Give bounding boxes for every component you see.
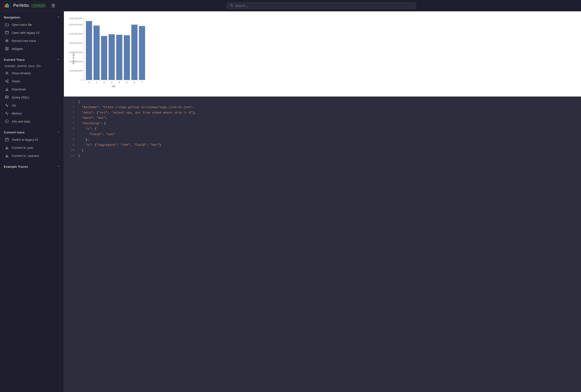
current-trace-title: Current Trace — [4, 58, 24, 61]
sidebar-item-open-legacy-ui[interactable]: Open with legacy UI — [0, 29, 64, 37]
svg-rect-11 — [6, 47, 7, 48]
chart-area: Sum of dur 0 1,000,000,000 2,000,000,000 — [64, 11, 581, 96]
line-number: 3 — [68, 110, 74, 115]
code-line-4: 4 "mark": "bar", — [64, 115, 581, 121]
convert-json-icon — [5, 145, 9, 150]
svg-rect-2 — [6, 4, 7, 7]
svg-line-6 — [232, 6, 233, 7]
sidebar-item-show-timeline[interactable]: Show timeline — [0, 69, 64, 77]
bar-cpu5 — [124, 35, 130, 80]
sidebar-item-convert-systrace[interactable]: Convert to .systrace — [0, 152, 64, 160]
code-line-5: 5 "encoding": { — [64, 121, 581, 126]
folder-icon — [5, 22, 9, 27]
line-number: 8 — [68, 137, 74, 142]
line-number: 7 — [68, 132, 74, 136]
viz-icon — [5, 103, 9, 107]
line-content: }, — [78, 137, 89, 142]
sidebar-item-switch-legacy-ui[interactable]: Switch to legacy UI — [0, 136, 64, 144]
line-number: 5 — [68, 121, 74, 126]
svg-point-22 — [7, 82, 8, 83]
svg-point-20 — [7, 79, 8, 80]
sidebar: Navigation Open trace file — [0, 11, 64, 392]
convert-trace-section: Convert trace Switch to legacy UI — [0, 126, 64, 161]
line-number: 4 — [68, 116, 74, 120]
code-line-2: 2 "$schema": "https://vega.github.io/sch… — [64, 105, 581, 110]
app-title: Perfetto — [13, 3, 29, 8]
svg-rect-12 — [7, 47, 8, 48]
line-content: } — [78, 148, 84, 153]
bar-cpu0 — [86, 21, 92, 80]
line-content: "y": {"aggregate": "sum", "field": "dur"… — [78, 143, 161, 148]
sidebar-item-label: Widgets — [12, 47, 23, 51]
code-line-3: 3 "data": {"url": "select cpu, dur from … — [64, 110, 581, 116]
sidebar-item-query-sql[interactable]: Query (SQL) — [0, 93, 64, 101]
y-axis-label: Sum of dur — [72, 53, 75, 65]
bar-cpu1 — [94, 25, 100, 80]
sidebar-item-convert-json[interactable]: Convert to .json — [0, 144, 64, 152]
svg-rect-7 — [5, 31, 8, 34]
sidebar-item-info-and-stats[interactable]: Info and stats — [0, 117, 64, 125]
bar-cpu4 — [116, 35, 122, 80]
navigation-section: Navigation Open trace file — [0, 11, 64, 54]
sidebar-item-label: Switch to legacy UI — [12, 138, 38, 141]
search-input[interactable] — [235, 4, 413, 7]
svg-text:5,000,000,000: 5,000,000,000 — [69, 33, 82, 35]
svg-line-24 — [6, 80, 8, 81]
code-line-8: 8 }, — [64, 137, 581, 143]
sidebar-item-open-trace-file[interactable]: Open trace file — [0, 20, 64, 29]
share-icon — [5, 79, 9, 83]
svg-text:3,000,000,000: 3,000,000,000 — [69, 51, 82, 53]
line-number: 2 — [68, 105, 74, 109]
sidebar-item-download[interactable]: Download — [0, 85, 64, 93]
sidebar-item-metrics[interactable]: Metrics — [0, 109, 64, 117]
timeline-icon — [5, 71, 9, 75]
code-line-9: 9 "y": {"aggregate": "sum", "field": "du… — [64, 142, 581, 148]
navigation-section-header[interactable]: Navigation — [0, 14, 64, 20]
svg-text:2,000,000,000: 2,000,000,000 — [69, 60, 82, 63]
sidebar-item-label: Open with legacy UI — [12, 31, 39, 34]
code-area[interactable]: 1 { 2 "$schema": "https://vega.github.io… — [64, 96, 581, 392]
current-trace-section-header[interactable]: Current Trace — [0, 56, 64, 63]
example-traces-section-header[interactable]: Example Traces — [0, 163, 64, 170]
convert-trace-section-header[interactable]: Convert trace — [0, 129, 64, 136]
svg-point-10 — [6, 40, 7, 41]
widgets-icon — [5, 47, 9, 51]
line-content: "data": {"url": "select cpu, dur from sc… — [78, 110, 196, 115]
svg-text:4: 4 — [118, 81, 120, 83]
perfetto-logo-icon — [3, 1, 11, 10]
code-line-1: 1 { — [64, 99, 581, 105]
logo-area: Perfetto AUTOPUSH ☰ — [3, 1, 64, 10]
line-content: "mark": "bar", — [78, 116, 108, 121]
code-line-6: 6 "x": { — [64, 126, 581, 132]
svg-rect-29 — [5, 138, 8, 141]
window-icon — [5, 30, 9, 35]
sidebar-item-share[interactable]: Share — [0, 77, 64, 85]
sidebar-item-viz[interactable]: Viz — [0, 101, 64, 109]
info-icon — [5, 119, 9, 123]
metrics-icon — [5, 111, 9, 115]
svg-text:0: 0 — [81, 79, 82, 81]
svg-rect-3 — [7, 3, 8, 7]
convert-trace-chevron-icon — [57, 131, 60, 134]
sidebar-item-label: Record new trace — [12, 39, 36, 42]
line-content: "$schema": "https://vega.github.io/schem… — [78, 105, 194, 110]
svg-point-21 — [6, 81, 6, 82]
sidebar-item-record-new-trace[interactable]: Record new trace — [0, 37, 64, 45]
current-trace-chevron-icon — [57, 58, 60, 61]
convert-trace-title: Convert trace — [4, 131, 24, 134]
sidebar-item-label: Query (SQL) — [12, 96, 29, 99]
topbar: Perfetto AUTOPUSH ☰ — [0, 0, 581, 11]
x-axis-label: cpu — [112, 85, 116, 87]
search-bar — [227, 2, 416, 9]
bar-cpu6 — [131, 24, 138, 80]
svg-text:0: 0 — [88, 81, 90, 83]
content-area: Sum of dur 0 1,000,000,000 2,000,000,000 — [64, 11, 581, 392]
svg-text:1,000,000,000: 1,000,000,000 — [69, 69, 82, 72]
sidebar-item-widgets[interactable]: Widgets — [0, 45, 64, 53]
convert-systrace-icon — [5, 154, 9, 158]
hamburger-button[interactable]: ☰ — [50, 2, 57, 9]
svg-point-25 — [6, 96, 8, 96]
svg-text:3: 3 — [111, 81, 112, 83]
svg-text:2: 2 — [104, 81, 104, 83]
example-traces-title: Example Traces — [4, 165, 28, 168]
